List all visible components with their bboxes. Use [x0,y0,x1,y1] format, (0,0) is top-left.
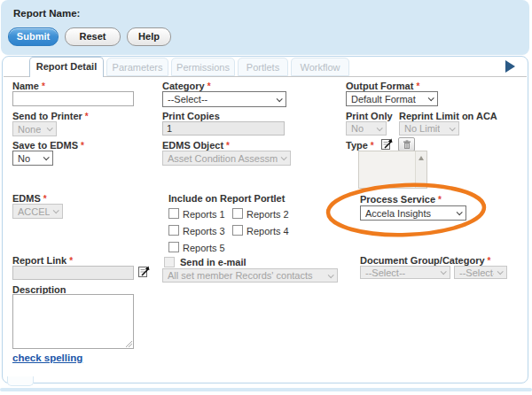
checkbox-reports-2[interactable] [232,208,243,219]
reprint-limit-select: No Limit [399,121,459,136]
category-select[interactable]: --Select-- [162,91,286,107]
chevron-down-icon [450,125,456,131]
print-copies-input: 1 [162,121,285,136]
checkbox-reports-1-label: Reports 1 [183,209,225,220]
save-to-edms-label: Save to EDMS* [12,140,84,151]
document-group-select: --Select-- [360,266,450,279]
checkbox-reports-3-label: Reports 3 [183,226,225,236]
resize-grip-icon[interactable] [125,340,132,347]
edms-object-label: EDMS Object* [162,140,230,151]
header-panel: Report Name: Submit Reset Help [1,0,529,55]
page-bottom-strip [0,388,532,391]
send-to-printer-select: None [12,121,57,136]
listbox-scrollbar[interactable] [415,151,426,188]
print-only-select: No [346,121,387,136]
send-to-printer-label: Send to Printer* [12,111,89,121]
chevron-down-icon [377,125,383,131]
checkbox-reports-3[interactable] [168,225,179,236]
send-in-email-select: All set member Records' contacts [162,268,338,283]
check-spelling-link[interactable]: check spelling [12,352,82,363]
tab-portlets[interactable]: Portlets [238,58,288,76]
required-asterisk: * [416,81,419,91]
tab-report-detail[interactable]: Report Detail [29,57,104,77]
submit-button[interactable]: Submit [8,27,59,46]
required-asterisk: * [371,141,374,151]
checkbox-reports-1[interactable] [168,208,179,219]
scroll-up-icon[interactable] [419,156,424,160]
chevron-down-icon [47,125,53,131]
edms-select: ACCELA [12,204,63,219]
type-listbox[interactable] [358,151,427,189]
edms-label: EDMS* [12,193,47,204]
checkbox-reports-5[interactable] [168,242,179,252]
required-asterisk: * [43,194,47,204]
reprint-limit-label: Reprint Limit on ACA [399,111,497,121]
reset-button[interactable]: Reset [65,27,121,46]
document-group-label: Document Group/Category* [360,255,490,266]
send-in-email-checkbox [164,257,175,267]
output-format-label: Output Format* [346,81,419,91]
type-label: Type* [346,140,374,151]
chevron-down-icon [328,272,334,278]
checkbox-reports-2-label: Reports 2 [246,209,289,220]
required-asterisk: * [226,141,230,151]
required-asterisk: * [438,195,442,205]
document-category-select: --Select-- [454,266,507,279]
category-label: Category* [162,81,211,91]
checkbox-reports-4-label: Reports 4 [246,226,289,236]
type-delete-button[interactable] [398,137,415,151]
name-input[interactable] [12,91,134,106]
required-asterisk: * [85,112,89,121]
required-asterisk: * [42,81,45,91]
type-picker-icon[interactable] [380,136,395,151]
tab-parameters[interactable]: Parameters [106,58,168,76]
chevron-down-icon [497,268,504,275]
help-button[interactable]: Help [127,27,171,46]
print-copies-label: Print Copies [162,111,220,121]
checkbox-reports-4[interactable] [232,225,243,236]
required-asterisk: * [207,81,211,91]
scroll-tabs-right-icon[interactable] [505,60,515,73]
send-in-email-label: Send in e-mail [180,257,246,267]
chevron-down-icon [441,268,447,275]
process-service-label: Process Service* [360,194,442,205]
required-asterisk: * [81,141,84,151]
report-name-label: Report Name: [13,8,80,19]
name-label: Name* [12,81,45,91]
save-to-edms-select[interactable]: No [12,151,53,166]
report-detail-window: Report Name: Submit Reset Help Report De… [0,0,532,395]
tab-workflow[interactable]: Workflow [291,58,349,76]
output-format-select[interactable]: Default Format [346,91,438,106]
include-portlet-label: Include on Report Portlet [168,193,285,204]
report-link-picker-icon[interactable] [137,264,152,278]
edms-object-select: Asset Condition Assessment [162,151,291,166]
print-only-label: Print Only [346,111,393,121]
process-service-select[interactable]: Accela Insights [360,205,466,221]
description-textarea[interactable] [12,294,134,349]
required-asterisk: * [488,256,491,266]
checkbox-reports-5-label: Reports 5 [183,243,225,253]
chevron-down-icon [277,96,283,102]
chevron-down-icon [281,154,287,160]
panel-bottom-notch [7,376,34,386]
report-link-input [12,266,134,280]
chevron-down-icon [53,207,59,213]
required-asterisk: * [69,256,73,266]
chevron-down-icon [457,209,463,215]
trash-icon [403,140,411,150]
report-link-label: Report Link* [12,255,73,266]
tab-permissions[interactable]: Permissions [171,58,235,76]
chevron-down-icon [43,154,50,160]
chevron-down-icon [428,95,434,101]
